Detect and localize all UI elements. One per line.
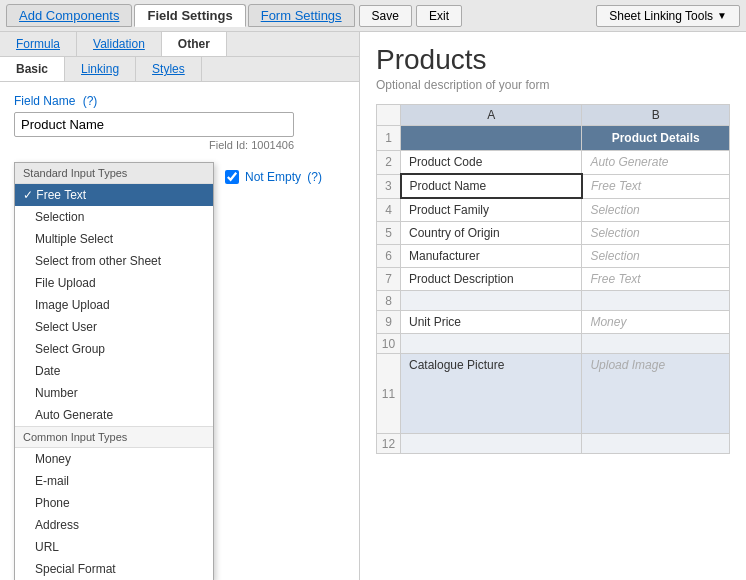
row-num: 3 xyxy=(377,174,401,198)
field-value: Selection xyxy=(582,222,730,245)
dropdown-item-address[interactable]: Address xyxy=(15,514,213,536)
table-row: 8 xyxy=(377,291,730,311)
row-num: 2 xyxy=(377,151,401,175)
dropdown-item-money[interactable]: Money xyxy=(15,448,213,470)
row-num: 4 xyxy=(377,198,401,222)
table-row: 3Product NameFree Text xyxy=(377,174,730,198)
dropdown-item-image-upload[interactable]: Image Upload xyxy=(15,294,213,316)
table-row: 2Product CodeAuto Generate xyxy=(377,151,730,175)
field-name-helper[interactable]: (?) xyxy=(83,94,98,108)
tab-basic[interactable]: Basic xyxy=(0,57,65,81)
tab-validation[interactable]: Validation xyxy=(77,32,162,56)
table-row: 5Country of OriginSelection xyxy=(377,222,730,245)
field-label: Country of Origin xyxy=(401,222,582,245)
tab-styles[interactable]: Styles xyxy=(136,57,202,81)
field-name-input[interactable] xyxy=(14,112,294,137)
col-b-header: B xyxy=(582,105,730,126)
not-empty-helper[interactable]: (?) xyxy=(307,170,322,184)
sheet-linking-button[interactable]: Sheet Linking Tools ▼ xyxy=(596,5,740,27)
field-panel: Field Name (?) Field Id: 1001406 Not Emp… xyxy=(0,82,359,580)
field-value: Selection xyxy=(582,198,730,222)
standard-types-header: Standard Input Types xyxy=(15,163,213,184)
dropdown-item-auto-generate[interactable]: Auto Generate xyxy=(15,404,213,426)
left-panel: Formula Validation Other Basic Linking S… xyxy=(0,32,360,580)
exit-button[interactable]: Exit xyxy=(416,5,462,27)
sheet-table: A B 1 Product Details 2Product CodeAuto … xyxy=(376,104,730,454)
tab-field-settings[interactable]: Field Settings xyxy=(134,4,245,27)
right-panel: Products Optional description of your fo… xyxy=(360,32,746,580)
form-description: Optional description of your form xyxy=(376,78,730,92)
form-title: Products xyxy=(376,44,730,76)
dropdown-item-email[interactable]: E-mail xyxy=(15,470,213,492)
tab-linking[interactable]: Linking xyxy=(65,57,136,81)
toolbar: Add Components Field Settings Form Setti… xyxy=(0,0,746,32)
field-label xyxy=(401,334,582,354)
table-row: 7Product DescriptionFree Text xyxy=(377,268,730,291)
row-num: 6 xyxy=(377,245,401,268)
dropdown-item-selection[interactable]: Selection xyxy=(15,206,213,228)
sub-tabs-row1: Formula Validation Other xyxy=(0,32,359,57)
dropdown-item-select-user[interactable]: Select User xyxy=(15,316,213,338)
field-label xyxy=(401,434,582,454)
tab-form-settings[interactable]: Form Settings xyxy=(248,4,355,27)
common-types-header: Common Input Types xyxy=(15,426,213,448)
field-label xyxy=(401,291,582,311)
field-id-label: Field Id: 1001406 xyxy=(14,139,294,151)
col-a-header: A xyxy=(401,105,582,126)
field-value: Auto Generate xyxy=(582,151,730,175)
field-label: Unit Price xyxy=(401,311,582,334)
chevron-down-icon: ▼ xyxy=(717,10,727,21)
field-name-label: Field Name (?) xyxy=(14,94,345,108)
dropdown-item-phone[interactable]: Phone xyxy=(15,492,213,514)
field-label: Product Code xyxy=(401,151,582,175)
dropdown-item-special-format[interactable]: Special Format xyxy=(15,558,213,580)
field-value: Money xyxy=(582,311,730,334)
field-value: Free Text xyxy=(582,174,730,198)
field-value xyxy=(582,334,730,354)
row-num: 7 xyxy=(377,268,401,291)
field-value: Upload Image xyxy=(582,354,730,434)
save-button[interactable]: Save xyxy=(359,5,412,27)
sheet-linking-label: Sheet Linking Tools xyxy=(609,9,713,23)
field-label: Product Description xyxy=(401,268,582,291)
main-content: Formula Validation Other Basic Linking S… xyxy=(0,32,746,580)
row-1-num: 1 xyxy=(377,126,401,151)
field-value: Selection xyxy=(582,245,730,268)
dropdown-item-multiple-select[interactable]: Multiple Select xyxy=(15,228,213,250)
col-row-num-header xyxy=(377,105,401,126)
field-label: Product Family xyxy=(401,198,582,222)
product-details-value: Product Details xyxy=(582,126,730,151)
main-tabs: Add Components Field Settings Form Setti… xyxy=(6,4,355,27)
row-num: 12 xyxy=(377,434,401,454)
input-type-dropdown: Standard Input Types Free Text Selection… xyxy=(14,162,214,580)
dropdown-item-free-text[interactable]: Free Text xyxy=(15,184,213,206)
table-row: 11Catalogue PictureUpload Image xyxy=(377,354,730,434)
dropdown-item-number[interactable]: Number xyxy=(15,382,213,404)
dropdown-item-file-upload[interactable]: File Upload xyxy=(15,272,213,294)
table-row: 4Product FamilySelection xyxy=(377,198,730,222)
tab-other[interactable]: Other xyxy=(162,32,227,56)
field-value: Free Text xyxy=(582,268,730,291)
table-row: 12 xyxy=(377,434,730,454)
row-num: 9 xyxy=(377,311,401,334)
tab-formula[interactable]: Formula xyxy=(0,32,77,56)
dropdown-item-select-group[interactable]: Select Group xyxy=(15,338,213,360)
sub-tabs-row2: Basic Linking Styles xyxy=(0,57,359,82)
table-row: 6ManufacturerSelection xyxy=(377,245,730,268)
field-label: Manufacturer xyxy=(401,245,582,268)
row-num: 5 xyxy=(377,222,401,245)
dropdown-item-date[interactable]: Date xyxy=(15,360,213,382)
row-num: 10 xyxy=(377,334,401,354)
not-empty-checkbox[interactable] xyxy=(225,170,239,184)
field-label: Catalogue Picture xyxy=(401,354,582,434)
tab-add-components[interactable]: Add Components xyxy=(6,4,132,27)
row-num: 11 xyxy=(377,354,401,434)
product-details-header xyxy=(401,126,582,151)
row-num: 8 xyxy=(377,291,401,311)
field-value xyxy=(582,291,730,311)
dropdown-item-url[interactable]: URL xyxy=(15,536,213,558)
field-label: Product Name xyxy=(401,174,582,198)
table-row: 9Unit PriceMoney xyxy=(377,311,730,334)
dropdown-item-select-other-sheet[interactable]: Select from other Sheet xyxy=(15,250,213,272)
not-empty-row: Not Empty (?) xyxy=(225,170,322,184)
